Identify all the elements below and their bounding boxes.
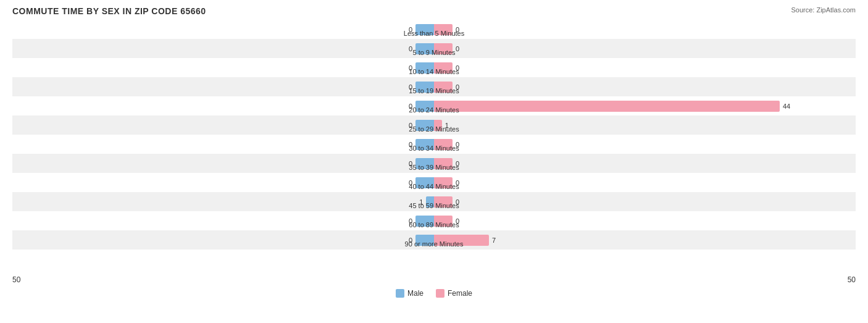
male-bar — [415, 24, 434, 35]
male-value: 0 — [401, 160, 412, 167]
male-bar — [415, 177, 434, 188]
male-side: 0 — [12, 62, 434, 73]
female-side: 0 — [434, 43, 856, 54]
male-side: 0 — [12, 139, 434, 150]
male-bar — [415, 62, 434, 73]
male-side: 0 — [12, 158, 434, 169]
female-bar — [434, 235, 489, 246]
legend-female-label: Female — [448, 289, 472, 298]
legend: Male Female — [12, 289, 856, 298]
axis-bottom: 50 50 — [12, 273, 856, 287]
female-bar — [434, 216, 453, 227]
male-value: 0 — [401, 122, 412, 129]
female-bar — [434, 43, 453, 54]
female-value: 0 — [456, 198, 467, 206]
female-side: 1 — [434, 120, 856, 131]
female-side: 0 — [434, 216, 856, 227]
female-bar — [434, 196, 453, 208]
legend-male-label: Male — [407, 289, 424, 298]
female-value: 0 — [456, 83, 467, 91]
male-value: 0 — [401, 26, 412, 33]
female-bar — [434, 82, 453, 93]
female-side: 0 — [434, 82, 856, 93]
female-side: 0 — [434, 62, 856, 73]
male-side: 0 — [12, 177, 434, 188]
male-side: 0 — [12, 235, 434, 246]
male-bar — [415, 43, 434, 54]
male-side: 0 — [12, 82, 434, 93]
female-value: 0 — [456, 141, 467, 148]
male-value: 0 — [401, 103, 412, 110]
axis-left: 50 — [12, 275, 20, 284]
male-bar — [415, 101, 434, 112]
female-value: 0 — [456, 217, 467, 225]
male-bar — [415, 139, 434, 150]
male-side: 0 — [12, 43, 434, 54]
bar-row: 0Less than 5 Minutes0 — [12, 20, 856, 39]
chart-area: 0Less than 5 Minutes005 to 9 Minutes0010… — [12, 20, 856, 273]
chart-container: COMMUTE TIME BY SEX IN ZIP CODE 65660 So… — [0, 0, 868, 323]
female-side: 0 — [434, 177, 856, 188]
female-bar — [434, 62, 453, 73]
chart-title: COMMUTE TIME BY SEX IN ZIP CODE 65660 — [12, 6, 856, 16]
male-side: 1 — [12, 196, 434, 208]
female-value: 0 — [456, 26, 467, 33]
male-bar — [426, 196, 434, 208]
source-label: Source: ZipAtlas.com — [791, 6, 856, 14]
female-side: 0 — [434, 158, 856, 169]
female-value: 44 — [783, 103, 794, 110]
male-value: 0 — [401, 237, 412, 244]
bar-row: 060 to 89 Minutes0 — [12, 211, 856, 230]
bar-row: 015 to 19 Minutes0 — [12, 77, 856, 96]
male-value: 0 — [401, 45, 412, 52]
female-side: 0 — [434, 196, 856, 208]
male-side: 0 — [12, 216, 434, 227]
female-side: 44 — [434, 101, 856, 112]
male-bar — [415, 158, 434, 169]
female-side: 7 — [434, 235, 856, 246]
male-bar — [415, 120, 434, 131]
male-value: 0 — [401, 217, 412, 225]
bar-row: 035 to 39 Minutes0 — [12, 154, 856, 173]
bar-row: 025 to 29 Minutes1 — [12, 115, 856, 135]
male-value: 1 — [412, 198, 423, 206]
female-value: 7 — [492, 237, 503, 244]
male-value: 0 — [401, 83, 412, 91]
male-side: 0 — [12, 101, 434, 112]
female-bar — [434, 120, 442, 131]
female-bar — [434, 177, 453, 188]
female-bar — [434, 139, 453, 150]
female-bar — [434, 101, 780, 112]
bar-row: 040 to 44 Minutes0 — [12, 173, 856, 192]
female-value: 1 — [445, 122, 456, 129]
female-side: 0 — [434, 24, 856, 35]
legend-male-box — [396, 289, 404, 298]
bar-row: 05 to 9 Minutes0 — [12, 39, 856, 58]
legend-female: Female — [436, 289, 472, 298]
female-value: 0 — [456, 64, 467, 72]
male-side: 0 — [12, 24, 434, 35]
male-bar — [415, 216, 434, 227]
bar-row: 010 to 14 Minutes0 — [12, 58, 856, 77]
male-value: 0 — [401, 141, 412, 148]
female-side: 0 — [434, 139, 856, 150]
female-value: 0 — [456, 160, 467, 167]
axis-right: 50 — [848, 275, 856, 284]
bar-row: 020 to 24 Minutes44 — [12, 96, 856, 115]
male-value: 0 — [401, 179, 412, 187]
female-value: 0 — [456, 45, 467, 52]
legend-male: Male — [396, 289, 424, 298]
female-bar — [434, 24, 453, 35]
female-value: 0 — [456, 179, 467, 187]
bar-row: 030 to 34 Minutes0 — [12, 135, 856, 154]
bar-row: 145 to 59 Minutes0 — [12, 192, 856, 211]
male-bar — [415, 235, 434, 246]
legend-female-box — [436, 289, 444, 298]
female-bar — [434, 158, 453, 169]
male-value: 0 — [401, 64, 412, 72]
male-bar — [415, 82, 434, 93]
male-side: 0 — [12, 120, 434, 131]
bar-row: 090 or more Minutes7 — [12, 230, 856, 250]
